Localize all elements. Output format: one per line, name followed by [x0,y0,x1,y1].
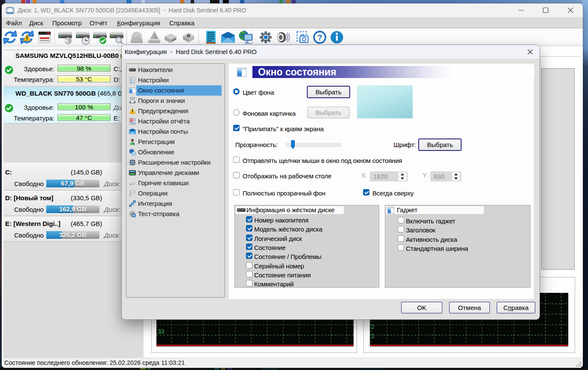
svg-text:A: A [131,119,133,122]
svg-text:?: ? [317,33,322,42]
svg-text:1: 1 [371,332,375,339]
svg-text:2: 2 [371,323,375,330]
svg-text:33: 33 [158,328,165,335]
